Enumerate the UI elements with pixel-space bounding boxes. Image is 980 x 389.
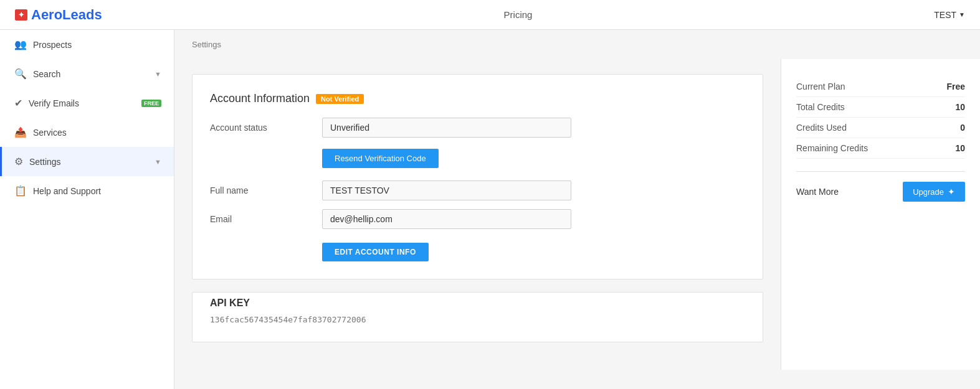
sidebar-item-settings[interactable]: ⚙ Settings ▼ xyxy=(0,147,174,176)
sidebar-item-label: Help and Support xyxy=(33,186,161,196)
breadcrumb: Settings xyxy=(174,30,980,59)
card-title: Account Information Not Verified xyxy=(210,92,745,105)
account-status-input xyxy=(322,118,571,138)
pricing-link[interactable]: Pricing xyxy=(504,9,533,20)
want-more-label: Want More xyxy=(796,187,839,197)
full-name-input[interactable] xyxy=(322,180,571,200)
free-badge: FREE xyxy=(141,100,161,107)
chevron-down-icon: ▼ xyxy=(155,70,161,78)
remaining-credits-row: Remaining Credits 10 xyxy=(796,138,965,159)
star-icon: ✦ xyxy=(948,187,955,197)
total-credits-value: 10 xyxy=(955,102,965,112)
upgrade-button[interactable]: Upgrade ✦ xyxy=(903,182,965,202)
sidebar-item-help[interactable]: 📋 Help and Support xyxy=(0,176,174,205)
current-plan-row: Current Plan Free xyxy=(796,77,965,97)
search-icon: 🔍 xyxy=(14,68,27,80)
sidebar-item-label: Prospects xyxy=(33,40,161,50)
main-content: Settings Account Information Not Verifie… xyxy=(174,30,980,389)
help-icon: 📋 xyxy=(14,185,27,197)
logo-icon: ✦ xyxy=(15,9,27,21)
remaining-credits-value: 10 xyxy=(955,143,965,153)
sidebar-item-label: Settings xyxy=(29,157,148,167)
prospects-icon: 👥 xyxy=(14,39,27,50)
sidebar-item-label: Services xyxy=(33,128,161,138)
sidebar-item-prospects[interactable]: 👥 Prospects xyxy=(0,30,174,59)
services-icon: 📤 xyxy=(14,126,27,138)
logo[interactable]: ✦ AeroLeads xyxy=(15,7,102,23)
api-key-title: API KEY xyxy=(210,298,745,309)
edit-button-row: EDIT ACCOUNT INFO xyxy=(210,238,745,261)
credits-used-row: Credits Used 0 xyxy=(796,118,965,138)
chevron-down-icon: ▼ xyxy=(959,11,965,18)
total-credits-label: Total Credits xyxy=(796,102,845,112)
total-credits-row: Total Credits 10 xyxy=(796,97,965,118)
resend-verification-button[interactable]: Resend Verification Code xyxy=(322,149,439,168)
current-plan-label: Current Plan xyxy=(796,82,845,91)
full-name-row: Full name xyxy=(210,180,745,200)
right-panel: Current Plan Free Total Credits 10 Credi… xyxy=(781,59,980,370)
top-navigation: ✦ AeroLeads Pricing TEST ▼ xyxy=(0,0,980,30)
account-status-label: Account status xyxy=(210,123,322,133)
not-verified-badge: Not Verified xyxy=(316,94,364,104)
logo-text: AeroLeads xyxy=(31,7,102,23)
email-input[interactable] xyxy=(322,209,571,229)
credits-used-label: Credits Used xyxy=(796,123,847,133)
sidebar-item-search[interactable]: 🔍 Search ▼ xyxy=(0,59,174,88)
sidebar-item-label: Verify Emails xyxy=(29,98,133,108)
email-label: Email xyxy=(210,214,322,224)
account-status-row: Account status xyxy=(210,118,745,138)
want-more-row: Want More Upgrade ✦ xyxy=(796,171,965,202)
chevron-down-icon: ▼ xyxy=(155,158,161,166)
remaining-credits-label: Remaining Credits xyxy=(796,143,868,153)
edit-account-info-button[interactable]: EDIT ACCOUNT INFO xyxy=(322,243,429,261)
settings-icon: ⚙ xyxy=(14,156,23,167)
sidebar-item-verify-emails[interactable]: ✔ Verify Emails FREE xyxy=(0,88,174,118)
user-menu[interactable]: TEST ▼ xyxy=(934,10,965,20)
account-info-card: Account Information Not Verified Account… xyxy=(192,74,763,279)
api-key-value: 136fcac567435454e7faf83702772006 xyxy=(210,315,745,324)
sidebar-item-services[interactable]: 📤 Services xyxy=(0,118,174,147)
content-area: Account Information Not Verified Account… xyxy=(174,59,980,370)
verify-icon: ✔ xyxy=(14,97,22,109)
current-plan-value: Free xyxy=(946,82,965,91)
full-name-label: Full name xyxy=(210,185,322,195)
user-label: TEST xyxy=(934,10,956,20)
api-key-card: API KEY 136fcac567435454e7faf83702772006 xyxy=(192,292,763,342)
email-row: Email xyxy=(210,209,745,229)
credits-used-value: 0 xyxy=(960,123,965,133)
resend-row: Resend Verification Code xyxy=(210,146,745,168)
settings-panel: Account Information Not Verified Account… xyxy=(174,59,781,370)
sidebar-item-label: Search xyxy=(33,69,148,79)
sidebar: 👥 Prospects 🔍 Search ▼ ✔ Verify Emails F… xyxy=(0,30,174,389)
app-layout: 👥 Prospects 🔍 Search ▼ ✔ Verify Emails F… xyxy=(0,30,980,389)
